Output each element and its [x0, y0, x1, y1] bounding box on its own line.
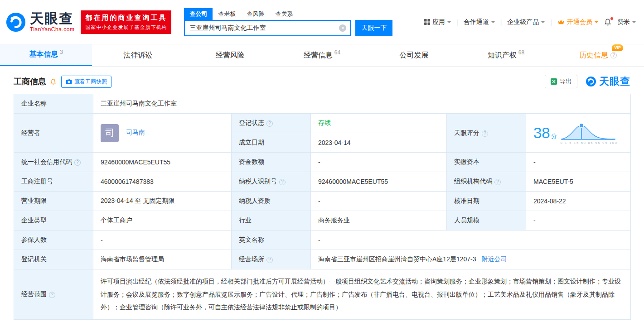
slogan-badge: 都在用的商业查询工具 国家中小企业发展子基金旗下机构 [81, 10, 171, 34]
chevron-down-icon [491, 21, 495, 25]
nav-cooperation-label: 合作通道 [464, 18, 489, 26]
chevron-down-icon [632, 21, 636, 25]
field-label-industry: 行业 [232, 211, 311, 231]
tianyancha-logo-icon [5, 12, 26, 33]
tab-label: 经营信息 [304, 51, 333, 60]
help-icon[interactable] [266, 120, 273, 127]
business-term-value: 2023-04-14 至 无固定期限 [93, 192, 232, 211]
score-distribution-chart: 0 1 5 15 50 85 95 99 100 [561, 122, 618, 144]
apps-grid-icon [424, 19, 430, 25]
table-row: 经营者 司 司马南 登记状态 存续 天眼评分 38分 [14, 114, 631, 133]
subscribe-bell-icon[interactable] [50, 78, 57, 85]
section-title: 工商信息 [14, 76, 46, 87]
score-axis-labels: 0 1 5 15 50 85 95 99 100 [561, 141, 618, 144]
clear-search-icon[interactable] [339, 24, 346, 32]
search-tab-relation[interactable]: 查关系 [270, 8, 298, 20]
export-label: 导出 [560, 77, 571, 86]
help-icon[interactable] [610, 52, 617, 58]
tab-business-info[interactable]: 经营信息 64 [276, 44, 368, 66]
chevron-down-icon [595, 21, 598, 25]
field-label-business-address: 经营场所 [232, 250, 311, 269]
field-label-registration-number: 工商注册号 [14, 172, 93, 192]
tab-label: 公司发展 [400, 51, 429, 60]
tab-operation-risk[interactable]: 经营风险 [184, 44, 276, 66]
search-input[interactable] [184, 20, 351, 36]
field-label-registration-authority: 登记机关 [14, 250, 93, 269]
help-icon[interactable] [279, 179, 286, 185]
business-info-section-header: 工商信息 查看工商快照 导出 天眼查 [14, 75, 630, 88]
establish-date-value: 2023-04-14 [311, 133, 447, 153]
notification-bell[interactable] [604, 18, 612, 26]
help-icon[interactable] [482, 130, 488, 137]
tab-history-info[interactable]: 历史信息 VIP [552, 44, 644, 66]
operator-link[interactable]: 司马南 [126, 129, 145, 136]
business-address-cell: 海南省三亚市崖州区招商崖州湾自贸中心A座12层1207-3 附近公司 [311, 250, 631, 269]
username: 费米 [617, 18, 630, 26]
nav-user-menu[interactable]: 费米 [617, 18, 636, 26]
registration-number-value: 460000617487383 [93, 172, 232, 192]
nav-vip-label: 开通会员 [567, 18, 592, 26]
excel-export-icon [551, 78, 557, 85]
vip-badge: VIP [612, 44, 623, 51]
insured-count-value: - [93, 231, 232, 250]
field-label-credit-code: 统一社会信用代码 [14, 153, 93, 172]
field-label-taxpayer-id: 纳税人识别号 [232, 172, 311, 192]
help-icon[interactable] [494, 179, 501, 185]
tianyan-score-cell: 38分 0 1 5 15 50 85 95 99 100 [526, 114, 631, 153]
search-type-tabs: 查公司 查老板 查风险 查关系 [184, 8, 392, 20]
nav-apps[interactable]: 应用 [424, 18, 451, 26]
paid-in-capital-value: - [526, 153, 631, 172]
credit-code-value: 92460000MACE5EUT55 [93, 153, 232, 172]
export-button[interactable]: 导出 [545, 75, 577, 88]
operator-avatar[interactable]: 司 [101, 124, 119, 142]
nav-enterprise-products[interactable]: 企业级产品 [507, 18, 545, 26]
nav-cooperation[interactable]: 合作通道 [464, 18, 495, 26]
nearby-companies-link[interactable]: 附近公司 [481, 255, 507, 263]
chevron-down-icon [541, 21, 545, 25]
company-detail-tabs: 基本信息 3 法律诉讼 经营风险 经营信息 64 公司发展 知识产权 68 历史… [0, 44, 644, 67]
field-label-staff-size: 人员规模 [447, 211, 526, 231]
tab-intellectual-property[interactable]: 知识产权 68 [460, 44, 552, 66]
registration-authority-value: 海南省市场监督管理局 [93, 250, 232, 269]
watermark-text: 天眼查 [599, 75, 630, 88]
tianyancha-watermark: 天眼查 [586, 75, 630, 88]
tab-label: 历史信息 [579, 51, 608, 60]
chevron-down-icon [447, 21, 451, 25]
tianyancha-logo[interactable]: 天眼查 TianYanCha.com [5, 11, 74, 33]
tab-label: 基本信息 [29, 50, 58, 59]
tab-legal-proceedings[interactable]: 法律诉讼 [92, 44, 184, 66]
taxpayer-qualification-value: - [311, 192, 447, 211]
business-address-value: 海南省三亚市崖州区招商崖州湾自贸中心A座12层1207-3 [318, 255, 476, 263]
table-row: 企业类型 个体工商户 行业 商务服务业 人员规模 - [14, 211, 631, 231]
nav-divider: | [550, 19, 552, 26]
nav-apps-label: 应用 [432, 18, 445, 26]
help-icon[interactable] [74, 159, 81, 166]
industry-value: 商务服务业 [311, 211, 447, 231]
search-area: 查公司 查老板 查风险 查关系 天眼一下 [184, 8, 392, 36]
field-label-establish-date: 成立日期 [232, 133, 311, 153]
brand-name: 天眼查 [30, 11, 74, 26]
tab-company-development[interactable]: 公司发展 [368, 44, 460, 66]
camera-icon [66, 79, 72, 84]
registration-status-value: 存续 [311, 114, 447, 133]
help-icon[interactable] [266, 257, 273, 263]
field-label-company-type: 企业类型 [14, 211, 93, 231]
nav-open-vip[interactable]: 开通会员 [557, 18, 598, 26]
tab-count: 68 [518, 49, 524, 56]
tab-count: 3 [60, 49, 63, 55]
help-icon[interactable] [49, 292, 55, 298]
tab-count: 64 [334, 49, 340, 56]
field-label-approval-date: 核准日期 [447, 192, 526, 211]
top-header: 天眼查 TianYanCha.com 都在用的商业查询工具 国家中小企业发展子基… [0, 0, 644, 44]
view-snapshot-label: 查看工商快照 [74, 78, 107, 86]
search-tab-boss[interactable]: 查老板 [213, 8, 241, 20]
search-button[interactable]: 天眼一下 [355, 20, 392, 36]
notification-dot [610, 17, 613, 20]
tab-basic-info[interactable]: 基本信息 3 [0, 44, 92, 66]
search-tab-risk[interactable]: 查风险 [241, 8, 270, 20]
view-snapshot-button[interactable]: 查看工商快照 [61, 76, 111, 88]
taxpayer-id-value: 92460000MACE5EUT55 [311, 172, 447, 192]
search-tab-company[interactable]: 查公司 [184, 8, 213, 20]
tab-label: 经营风险 [216, 51, 245, 60]
nav-divider: | [456, 19, 458, 26]
